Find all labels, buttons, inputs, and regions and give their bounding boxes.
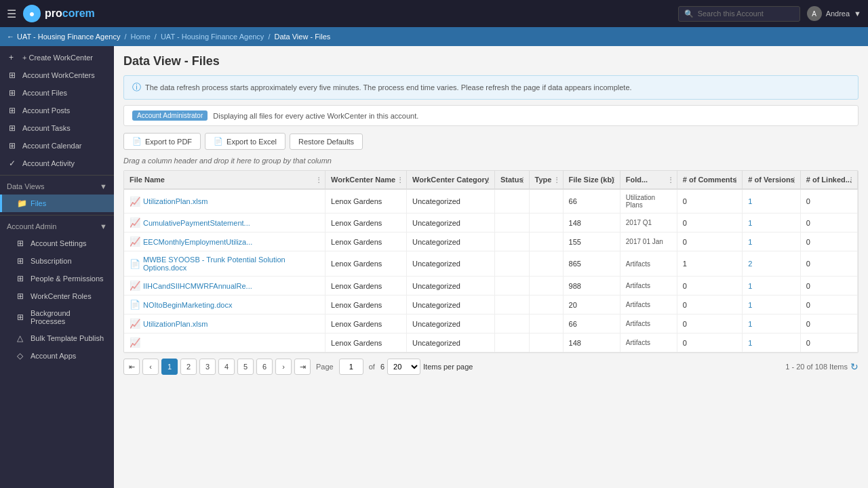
cell-size: 155 [563, 232, 620, 251]
sidebar-item-wc-roles[interactable]: ⊞ WorkCenter Roles [0, 287, 114, 305]
search-box[interactable]: 🔍 [678, 6, 800, 22]
cell-folder: 2017 01 Jan [620, 232, 677, 251]
page-btn-5[interactable]: 5 [237, 359, 254, 375]
col-header-workcenter[interactable]: WorkCenter Name ⋮ [326, 171, 407, 189]
page-btn-1[interactable]: 1 [161, 359, 178, 375]
file-link[interactable]: 📄 MWBE SYOOSB - Trunk Potential Solution… [130, 256, 319, 272]
cell-filename: 📄 NOItoBeginMarketing.docx [124, 296, 326, 314]
cell-size: 148 [563, 214, 620, 232]
sidebar-section-admin[interactable]: Account Admin ▼ [0, 218, 114, 235]
col-menu-wc[interactable]: ⋮ [397, 176, 403, 184]
versions-link[interactable]: 1 [748, 320, 752, 328]
file-link[interactable]: 📄 NOItoBeginMarketing.docx [130, 300, 319, 310]
sidebar-label-settings: Account Settings [31, 239, 87, 247]
col-header-type[interactable]: Type ⋮ [529, 171, 563, 189]
col-menu-folder[interactable]: ⋮ [667, 176, 674, 184]
sidebar-item-account-settings[interactable]: ⊞ Account Settings [0, 235, 114, 252]
sidebar-item-people[interactable]: ⊞ People & Permissions [0, 270, 114, 287]
file-link[interactable]: 📈 UtilizationPlan.xlsm [130, 319, 319, 329]
cell-versions: 1 [743, 277, 800, 296]
sidebar-item-account-tasks[interactable]: ⊞ Account Tasks [0, 119, 114, 137]
cell-folder: Artifacts [620, 277, 677, 296]
col-menu-size[interactable]: ⋮ [610, 176, 617, 184]
col-header-versions[interactable]: # of Versions ⋮ [743, 171, 800, 189]
col-menu-type[interactable]: ⋮ [553, 176, 560, 184]
sidebar-item-account-files[interactable]: ⊞ Account Files [0, 84, 114, 102]
col-header-size[interactable]: File Size (kb) ⋮ [563, 171, 620, 189]
file-link[interactable]: 📈 CumulativePaymentStatement... [130, 218, 319, 228]
col-header-category[interactable]: WorkCenter Category ⋮ [407, 171, 495, 189]
page-next-btn[interactable]: › [275, 359, 292, 375]
col-header-linked[interactable]: # of Linked... ⋮ [800, 171, 857, 189]
back-arrow-icon: ← [7, 33, 14, 41]
sidebar-item-bulk-publish[interactable]: △ Bulk Template Publish [0, 329, 114, 347]
page-btn-3[interactable]: 3 [199, 359, 216, 375]
file-link[interactable]: 📈 IIHCandSIIHCMWRFAnnualRe... [130, 281, 319, 291]
page-btn-2[interactable]: 2 [180, 359, 197, 375]
col-header-comments[interactable]: # of Comments ⋮ [677, 171, 742, 189]
col-header-folder[interactable]: Fold... ⋮ [620, 171, 677, 189]
file-link[interactable]: 📈 [130, 338, 319, 348]
cell-filename: 📈 CumulativePaymentStatement... [124, 214, 326, 232]
versions-link[interactable]: 1 [748, 282, 752, 290]
col-menu-comments[interactable]: ⋮ [732, 176, 739, 184]
cell-status [494, 214, 529, 232]
versions-link[interactable]: 1 [748, 197, 752, 205]
restore-defaults-button[interactable]: Restore Defaults [290, 134, 363, 150]
col-menu-filename[interactable]: ⋮ [315, 176, 322, 184]
cell-size: 66 [563, 314, 620, 333]
page-first-btn[interactable]: ⇤ [123, 359, 140, 375]
breadcrumb-parent[interactable]: UAT - Housing Finance Agency [161, 33, 264, 41]
cell-folder: Artifacts [620, 314, 677, 333]
col-header-status[interactable]: Status ⋮ [494, 171, 529, 189]
col-menu-linked[interactable]: ⋮ [848, 176, 854, 184]
export-pdf-button[interactable]: 📄 Export to PDF [123, 133, 201, 150]
versions-link[interactable]: 1 [748, 339, 752, 347]
back-button[interactable]: ← UAT - Housing Finance Agency [7, 33, 120, 41]
sidebar-item-create[interactable]: + + Create WorkCenter [0, 49, 114, 66]
page-last-btn[interactable]: ⇥ [294, 359, 311, 375]
versions-link[interactable]: 1 [748, 238, 752, 246]
versions-link[interactable]: 2 [748, 260, 752, 268]
sidebar-item-bg-processes[interactable]: ⊞ Background Processes [0, 305, 114, 329]
sidebar-item-account-calendar[interactable]: ⊞ Account Calendar [0, 137, 114, 155]
back-label[interactable]: UAT - Housing Finance Agency [17, 33, 120, 41]
breadcrumb-sep1: / [124, 33, 126, 41]
sidebar-item-account-workcenters[interactable]: ⊞ Account WorkCenters [0, 66, 114, 84]
col-menu-status[interactable]: ⋮ [519, 176, 526, 184]
file-name-text: CumulativePaymentStatement... [143, 219, 250, 227]
cell-status [494, 333, 529, 352]
col-menu-cat[interactable]: ⋮ [485, 176, 492, 184]
table-row: 📈 CumulativePaymentStatement... Lenox Ga… [124, 214, 858, 232]
sidebar-item-account-apps[interactable]: ◇ Account Apps [0, 347, 114, 365]
info-icon: ⓘ [132, 81, 141, 94]
file-link[interactable]: 📈 EECMonthlyEmploymentUtiliza... [130, 237, 319, 247]
page-btn-4[interactable]: 4 [218, 359, 235, 375]
export-excel-button[interactable]: 📄 Export to Excel [205, 133, 285, 150]
page-btn-6[interactable]: 6 [256, 359, 273, 375]
refresh-button[interactable]: ↻ [850, 361, 859, 372]
versions-link[interactable]: 1 [748, 301, 752, 309]
page-prev-btn[interactable]: ‹ [142, 359, 159, 375]
sidebar-section-dataviews[interactable]: Data Views ▼ [0, 178, 114, 195]
cell-linked: 0 [800, 314, 857, 333]
sidebar-label-calendar: Account Calendar [22, 142, 81, 150]
col-header-filename[interactable]: File Name ⋮ [124, 171, 326, 189]
items-per-page-select[interactable]: 20 50 100 [387, 359, 420, 375]
sidebar-item-files[interactable]: 📁 Files [0, 195, 114, 212]
search-input[interactable] [698, 9, 793, 18]
grid-icon-posts: ⊞ [9, 106, 18, 115]
versions-link[interactable]: 1 [748, 219, 752, 227]
cell-workcenter: Lenox Gardens [326, 251, 407, 277]
cell-category: Uncategorized [407, 251, 495, 277]
breadcrumb-home[interactable]: Home [131, 33, 151, 41]
file-link[interactable]: 📈 UtilizationPlan.xlsm [130, 197, 319, 207]
user-menu[interactable]: A Andrea ▼ [807, 6, 861, 21]
hamburger-menu[interactable]: ☰ [7, 7, 16, 20]
sidebar-item-subscription[interactable]: ⊞ Subscription [0, 252, 114, 270]
page-input[interactable] [339, 359, 363, 375]
col-menu-versions[interactable]: ⋮ [791, 176, 797, 184]
sidebar-item-account-activity[interactable]: ✓ Account Activity [0, 155, 114, 172]
sidebar-item-account-posts[interactable]: ⊞ Account Posts [0, 102, 114, 119]
pagination-bar: ⇤ ‹ 1 2 3 4 5 6 › ⇥ Page of 6 20 50 100 … [123, 353, 859, 376]
